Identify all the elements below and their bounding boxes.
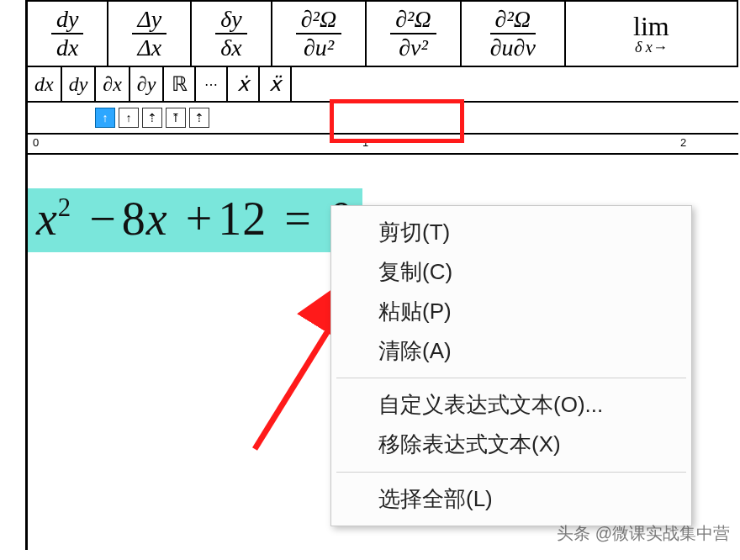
align-btn-1[interactable]: ↑ — [95, 108, 115, 128]
lim-text: lim — [633, 13, 669, 40]
editor-frame: dy dx Δy Δx δy δx ∂²Ω ∂u² ∂²Ω ∂v — [25, 0, 738, 550]
context-menu: 剪切(T) 复制(C) 粘贴(P) 清除(A) 自定义表达式文本(O)... 移… — [330, 205, 692, 526]
align-btn-5[interactable]: ⇡ — [189, 108, 209, 128]
eq-term3: 12 — [218, 193, 267, 245]
menu-separator — [336, 378, 686, 378]
lim-sub: δ x→ — [635, 40, 668, 55]
tool-dots[interactable]: ⋯ — [196, 67, 228, 101]
tool-dy-dx[interactable]: dy dx — [28, 2, 108, 66]
frac-num: ∂²Ω — [390, 8, 436, 34]
eq-var: x — [36, 193, 58, 245]
frac-num: ∂²Ω — [296, 8, 341, 34]
menu-remove-expression-text[interactable]: 移除表达式文本(X) — [331, 425, 691, 464]
ruler-tick-0: 0 — [33, 136, 39, 149]
alignment-icon-strip: ↑ ↑ ⇡ ⤒ ⇡ — [28, 103, 738, 133]
tool-d2omega-dv2[interactable]: ∂²Ω ∂v² — [367, 2, 461, 66]
toolbar-spacer — [292, 67, 738, 101]
menu-select-all[interactable]: 选择全部(L) — [331, 479, 691, 519]
tool-xdot[interactable]: ẋ — [228, 67, 260, 101]
selected-equation[interactable]: x2 −8x +12 = 0 — [28, 188, 362, 252]
eq-exp: 2 — [58, 193, 71, 222]
frac-num: δy — [215, 8, 246, 34]
eq-minus: − — [84, 193, 122, 245]
eq-equals: = — [279, 193, 317, 245]
eq-coef2: 8 — [122, 193, 146, 245]
align-btn-2[interactable]: ↑ — [119, 108, 139, 128]
tool-partial-x[interactable]: ∂x — [96, 67, 130, 101]
ruler[interactable]: 0 1 2 — [28, 133, 738, 155]
frac-den: dx — [51, 34, 83, 60]
menu-separator — [336, 472, 686, 473]
tool-xddot[interactable]: ẍ — [260, 67, 292, 101]
tool-limit[interactable]: lim δ x→ — [566, 2, 738, 66]
symbol-toolbar-row1: dy dx Δy Δx δy δx ∂²Ω ∂u² ∂²Ω ∂v — [28, 0, 738, 66]
align-btn-4[interactable]: ⤒ — [166, 108, 186, 128]
tool-real-R[interactable]: ℝ — [164, 67, 196, 101]
ruler-tick-1: 1 — [362, 136, 368, 149]
equation-canvas[interactable]: x2 −8x +12 = 0 剪切(T) 复制(C) 粘贴(P) 清除(A) 自… — [28, 155, 738, 550]
symbol-toolbar-row2: dx dy ∂x ∂y ℝ ⋯ ẋ ẍ — [28, 66, 738, 103]
frac-num: Δy — [132, 8, 166, 34]
menu-paste[interactable]: 粘贴(P) — [331, 292, 691, 331]
tool-deltay-deltax[interactable]: δy δx — [192, 2, 272, 66]
frac-num: dy — [51, 8, 83, 34]
frac-den: δx — [215, 34, 246, 60]
tool-dx[interactable]: dx — [28, 67, 62, 101]
eq-var2: x — [146, 193, 168, 245]
frac-num: ∂²Ω — [490, 8, 536, 34]
frac-den: ∂u∂v — [485, 34, 541, 60]
eq-plus: + — [181, 193, 219, 245]
frac-den: ∂u² — [299, 34, 339, 60]
tool-d2omega-du2[interactable]: ∂²Ω ∂u² — [272, 2, 367, 66]
frac-den: ∂v² — [394, 34, 433, 60]
menu-clear[interactable]: 清除(A) — [331, 331, 691, 371]
tool-Dy-Dx[interactable]: Δy Δx — [108, 2, 192, 66]
menu-cut[interactable]: 剪切(T) — [331, 213, 691, 252]
frac-den: Δx — [132, 34, 166, 60]
tool-partial-y[interactable]: ∂y — [130, 67, 165, 101]
menu-copy[interactable]: 复制(C) — [331, 252, 691, 292]
align-btn-3[interactable]: ⇡ — [142, 108, 162, 128]
ruler-tick-2: 2 — [680, 136, 686, 149]
menu-custom-expression-text[interactable]: 自定义表达式文本(O)... — [331, 385, 691, 425]
tool-d2omega-dudv[interactable]: ∂²Ω ∂u∂v — [462, 2, 566, 66]
watermark-text: 头条 @微课实战集中营 — [557, 522, 730, 545]
tool-dy[interactable]: dy — [62, 67, 97, 101]
